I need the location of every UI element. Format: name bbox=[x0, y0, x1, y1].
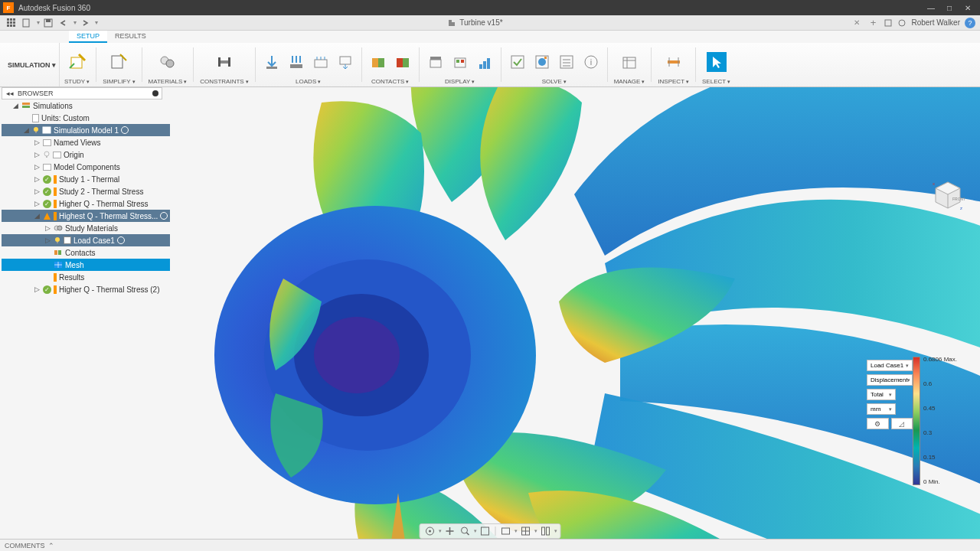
zoom-button[interactable] bbox=[459, 525, 472, 537]
tree-study-4-active[interactable]: ◢Highest Q - Thermal Stress... bbox=[2, 210, 170, 222]
maximize-button[interactable]: □ bbox=[940, 1, 959, 15]
svg-rect-22 bbox=[290, 64, 302, 68]
study-type-icon bbox=[54, 212, 57, 220]
group-constraints: CONSTRAINTS▾ bbox=[195, 43, 253, 86]
tree-root-simulations[interactable]: ◢Simulations bbox=[2, 99, 170, 112]
svg-rect-32 bbox=[456, 60, 459, 63]
results-node-icon bbox=[54, 273, 57, 282]
load-force-icon[interactable] bbox=[262, 52, 282, 72]
display-mesh-icon[interactable] bbox=[450, 52, 470, 72]
orbit-button[interactable] bbox=[423, 525, 437, 537]
group-select: SELECT▾ bbox=[697, 43, 735, 86]
select-icon[interactable] bbox=[707, 52, 727, 72]
tab-setup[interactable]: SETUP bbox=[69, 31, 107, 43]
tree-model-components[interactable]: ▷Model Components bbox=[2, 161, 170, 173]
file-menu-button[interactable] bbox=[20, 17, 34, 29]
solve-icon[interactable] bbox=[532, 52, 552, 72]
legend-tick: 0.45 bbox=[923, 406, 957, 412]
workspace-switcher[interactable]: SIMULATION ▾ bbox=[5, 43, 60, 86]
result-component-dropdown[interactable]: Total▾ bbox=[867, 389, 896, 400]
visibility-bulb-off-icon[interactable] bbox=[43, 151, 51, 158]
new-tab-button[interactable]: + bbox=[867, 17, 880, 28]
manual-contacts-icon[interactable] bbox=[393, 52, 413, 72]
group-study: STUDY▾ bbox=[60, 43, 94, 86]
svg-rect-23 bbox=[315, 60, 327, 67]
browser-options-button[interactable] bbox=[152, 90, 158, 96]
browser-collapse-button[interactable]: ◂◂ bbox=[5, 89, 15, 98]
title-bar: F Autodesk Fusion 360 — □ ✕ bbox=[0, 0, 980, 15]
pan-button[interactable] bbox=[443, 525, 457, 537]
grid-settings-button[interactable] bbox=[519, 525, 533, 537]
display-settings-button[interactable] bbox=[499, 525, 513, 537]
tree-origin[interactable]: ▷Origin bbox=[2, 148, 170, 161]
precheck-icon[interactable] bbox=[508, 52, 528, 72]
minimize-button[interactable]: — bbox=[922, 1, 940, 15]
auto-contacts-icon[interactable] bbox=[368, 52, 388, 72]
load-gravity-icon[interactable] bbox=[335, 52, 355, 72]
legend-settings-button[interactable]: ⚙ bbox=[867, 418, 889, 429]
svg-rect-36 bbox=[487, 58, 490, 69]
view-cube[interactable]: FRONT x z bbox=[931, 179, 965, 213]
color-scale-bar bbox=[913, 357, 920, 485]
tree-study-materials[interactable]: ▷Study Materials bbox=[2, 222, 170, 234]
inspect-icon[interactable] bbox=[664, 52, 684, 72]
tree-units[interactable]: Units: Custom bbox=[2, 112, 170, 124]
comments-bar[interactable]: COMMENTS ⌃ bbox=[0, 539, 980, 551]
ribbon-tabs: SETUP RESULTS bbox=[0, 31, 980, 43]
display-dof-icon[interactable] bbox=[426, 52, 446, 72]
svg-text:i: i bbox=[590, 57, 591, 67]
svg-rect-1 bbox=[10, 18, 12, 21]
activate-icon[interactable] bbox=[117, 236, 125, 244]
simplify-icon[interactable] bbox=[109, 52, 129, 72]
redo-button[interactable] bbox=[78, 17, 92, 29]
new-study-icon[interactable] bbox=[67, 52, 87, 72]
activate-icon[interactable] bbox=[160, 212, 168, 220]
data-panel-button[interactable] bbox=[5, 17, 18, 29]
visibility-bulb-icon[interactable] bbox=[32, 126, 40, 134]
status-ok-icon: ✓ bbox=[43, 187, 51, 196]
manage-icon[interactable] bbox=[619, 52, 639, 72]
viewport-layout-button[interactable] bbox=[539, 525, 553, 537]
tree-simulation-model[interactable]: ◢Simulation Model 1 bbox=[2, 124, 170, 136]
visibility-bulb-icon[interactable] bbox=[54, 236, 61, 244]
svg-rect-26 bbox=[378, 58, 384, 67]
results-legend-controls: Load Case1▾ Displacement▾ Total▾ mm▾ ⚙ ◿ bbox=[867, 360, 913, 429]
user-name[interactable]: Robert Walker bbox=[911, 18, 960, 27]
close-tab-button[interactable]: ✕ bbox=[851, 18, 863, 27]
undo-button[interactable] bbox=[57, 17, 70, 29]
tree-contacts[interactable]: Contacts bbox=[2, 246, 170, 259]
tree-study-3[interactable]: ▷✓Higher Q - Thermal Stress bbox=[2, 197, 170, 210]
notifications-icon[interactable] bbox=[897, 18, 906, 28]
fit-button[interactable] bbox=[479, 525, 492, 537]
close-window-button[interactable]: ✕ bbox=[959, 1, 977, 15]
materials-icon[interactable] bbox=[158, 52, 178, 72]
tree-study-1[interactable]: ▷✓Study 1 - Thermal bbox=[2, 173, 170, 185]
extensions-icon[interactable] bbox=[884, 18, 893, 28]
loadcase-dropdown[interactable]: Load Case1▾ bbox=[867, 360, 913, 371]
help-button[interactable]: ? bbox=[965, 18, 975, 28]
legend-tick: 0.6 bbox=[923, 381, 957, 387]
save-button[interactable] bbox=[41, 17, 55, 29]
solve-details-icon[interactable] bbox=[557, 52, 577, 72]
solve-info-icon[interactable]: i bbox=[581, 52, 601, 72]
svg-rect-14 bbox=[71, 57, 82, 68]
result-type-dropdown[interactable]: Displacement▾ bbox=[867, 374, 913, 386]
tree-load-case[interactable]: ▷Load Case1 bbox=[2, 234, 170, 246]
display-results-icon[interactable] bbox=[475, 52, 495, 72]
svg-point-81 bbox=[429, 530, 431, 533]
tree-study-2[interactable]: ▷✓Study 2 - Thermal Stress bbox=[2, 185, 170, 197]
tree-results[interactable]: Results bbox=[2, 271, 170, 283]
legend-deform-button[interactable]: ◿ bbox=[891, 418, 913, 429]
constraints-icon[interactable] bbox=[214, 52, 234, 72]
result-units-dropdown[interactable]: mm▾ bbox=[867, 403, 896, 415]
load-moment-icon[interactable] bbox=[311, 52, 331, 72]
load-pressure-icon[interactable] bbox=[286, 52, 306, 72]
comments-expand-button[interactable]: ⌃ bbox=[48, 542, 54, 549]
tree-mesh[interactable]: Mesh bbox=[2, 259, 170, 271]
activate-icon[interactable] bbox=[121, 126, 129, 134]
svg-marker-70 bbox=[44, 213, 51, 220]
tab-results[interactable]: RESULTS bbox=[107, 31, 154, 43]
tree-named-views[interactable]: ▷Named Views bbox=[2, 136, 170, 148]
tree-study-5[interactable]: ▷✓Higher Q - Thermal Stress (2) bbox=[2, 283, 170, 295]
document-tab[interactable]: Turbine v15* bbox=[100, 18, 851, 28]
